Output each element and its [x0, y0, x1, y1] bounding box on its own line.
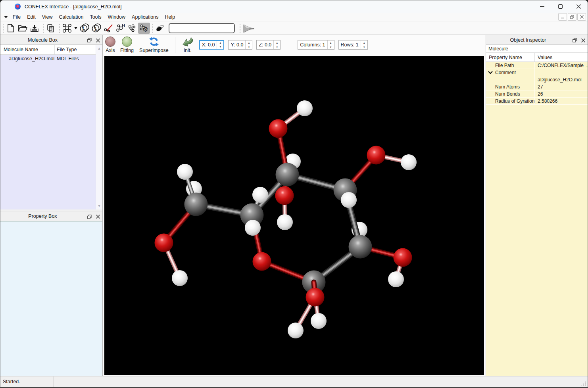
new-file-button[interactable] — [5, 23, 17, 34]
column-file-type[interactable]: File Type — [55, 45, 102, 54]
menu-bar: FileEditViewCalculationToolsWindowApplic… — [0, 13, 588, 21]
menu-tools[interactable]: Tools — [86, 13, 104, 21]
mdi-restore-button[interactable] — [568, 13, 576, 21]
maximize-button[interactable] — [551, 0, 569, 13]
close-button[interactable] — [569, 0, 588, 13]
column-property-name[interactable]: Property Name — [486, 53, 535, 61]
atom-O-O5[interactable] — [253, 252, 271, 271]
menu-window[interactable]: Window — [105, 13, 129, 21]
scroll-down-icon[interactable]: ▼ — [96, 203, 103, 209]
menu-applications[interactable]: Applications — [129, 13, 161, 21]
molecule-list-scrollbar[interactable]: ▲ ▼ — [96, 45, 102, 209]
superimpose-button[interactable]: Superimpose — [139, 36, 169, 53]
molecule-box-close-icon[interactable] — [95, 38, 101, 43]
molecule-list-item[interactable]: aDglucose_H2O.molMDL Files — [0, 55, 102, 63]
molecule-box-float-icon[interactable] — [86, 38, 92, 43]
mdi-close-button[interactable] — [577, 13, 586, 21]
atom-C-C5[interactable] — [349, 235, 372, 259]
measure-button[interactable] — [102, 23, 114, 34]
atom-C-C1[interactable] — [276, 163, 299, 186]
atom-H-H12[interactable] — [311, 313, 327, 329]
atom-H-H5[interactable] — [252, 187, 268, 203]
atom-O-O3[interactable] — [275, 186, 294, 205]
resize-grip[interactable] — [581, 380, 586, 386]
open-file-button[interactable] — [17, 23, 29, 34]
copy-button[interactable] — [45, 23, 57, 34]
toolbar-grip[interactable] — [58, 23, 60, 33]
toolbar-grip[interactable] — [2, 23, 4, 33]
add-hydrogen-button[interactable]: H — [114, 23, 126, 34]
atom-H-H2[interactable] — [401, 154, 417, 170]
property-box-close-icon[interactable] — [95, 214, 101, 219]
menu-help[interactable]: Help — [161, 13, 178, 21]
inspector-row[interactable]: Num Atoms27 — [486, 83, 588, 90]
toolbar-search-input[interactable] — [169, 23, 235, 33]
column-values[interactable]: Values — [535, 53, 588, 61]
property-name — [486, 76, 535, 83]
pen-button[interactable] — [154, 23, 166, 34]
property-box-float-icon[interactable] — [86, 214, 92, 219]
property-name: Comment — [486, 69, 535, 76]
fitting-icon — [122, 36, 132, 47]
atom-H-H6[interactable] — [341, 192, 357, 208]
menu-edit[interactable]: Edit — [24, 13, 39, 21]
object-inspector-close-icon[interactable] — [580, 38, 586, 43]
superimpose-tool-button[interactable] — [126, 23, 138, 34]
save-button[interactable] — [29, 23, 40, 34]
menu-file[interactable]: File — [10, 13, 24, 21]
rows-spinbox[interactable]: Rows: 1 ▲▼ — [338, 40, 368, 50]
menu-collapse-icon[interactable] — [4, 15, 8, 19]
inspector-row[interactable]: aDglucose_H2O.mol — [486, 76, 588, 83]
calculation-settings-button[interactable]: ⚙ — [138, 23, 150, 34]
z-spinbox[interactable]: Z: 0.0 ▲▼ — [256, 40, 281, 50]
y-spinbox[interactable]: Y: 0.0 ▲▼ — [228, 40, 252, 50]
scroll-up-icon[interactable]: ▲ — [96, 45, 103, 52]
left-dock: Molecule Box Molecule Name File Type aDg… — [0, 35, 103, 376]
toolbar-grip[interactable] — [239, 23, 241, 33]
molecule-viewport[interactable] — [104, 56, 484, 375]
x-spinbox[interactable]: X: 0.0 ▲▼ — [199, 40, 225, 50]
axis-button[interactable]: Axis — [105, 36, 115, 53]
inspector-row[interactable]: File PathC:/CONFLEX/Sample_... — [486, 62, 588, 69]
mdi-minimize-button[interactable] — [558, 13, 567, 21]
label-1-button[interactable]: 1 — [90, 23, 102, 34]
property-value: 27 — [535, 83, 588, 90]
atom-H-H1[interactable] — [297, 100, 313, 116]
molecule-tool-dropdown[interactable] — [73, 23, 79, 34]
atom-O-O4[interactable] — [155, 234, 173, 252]
app-icon — [15, 4, 21, 10]
atom-H-H11[interactable] — [288, 323, 304, 338]
property-box-content — [0, 221, 102, 376]
menu-calculation[interactable]: Calculation — [56, 13, 87, 21]
atom-H-H7[interactable] — [277, 214, 293, 230]
filter-funnel-button[interactable] — [242, 23, 256, 34]
chevron-down-icon[interactable] — [488, 71, 493, 74]
toolbar-grip[interactable] — [152, 23, 154, 33]
atom-H-H9[interactable] — [172, 270, 188, 286]
molecule-tool-button[interactable] — [61, 23, 73, 34]
fitting-button[interactable]: Fitting — [120, 36, 134, 53]
minimize-button[interactable] — [533, 0, 551, 13]
columns-spinbox[interactable]: Columns: 1 ▲▼ — [298, 40, 334, 50]
object-inspector-float-icon[interactable] — [572, 38, 577, 43]
object-inspector-header[interactable]: Object Inspector — [486, 35, 588, 45]
inspector-row[interactable]: Num Bonds26 — [486, 90, 588, 98]
init-button[interactable]: Init. — [182, 36, 194, 53]
column-molecule-name[interactable]: Molecule Name — [0, 45, 55, 54]
inspector-row[interactable]: Comment — [486, 69, 588, 76]
inspector-row[interactable]: Radius of Gyration2.580266 — [486, 98, 588, 105]
property-box-header[interactable]: Property Box — [0, 211, 102, 221]
atom-H-H10[interactable] — [388, 271, 404, 287]
atom-O-O2[interactable] — [367, 146, 386, 165]
object-inspector-tab[interactable]: Molecule — [486, 45, 588, 53]
menu-view[interactable]: View — [39, 13, 56, 21]
atom-O-O1[interactable] — [269, 119, 288, 138]
atom-O-O7[interactable] — [306, 288, 325, 307]
atom-H-H3[interactable] — [177, 164, 193, 180]
atom-O-O6[interactable] — [394, 248, 412, 267]
label-L-button[interactable]: L — [79, 23, 90, 34]
atom-C-C3[interactable] — [184, 193, 208, 216]
toolbar-grip[interactable] — [42, 23, 44, 33]
molecule-box-header[interactable]: Molecule Box — [0, 35, 102, 45]
atom-H-H8[interactable] — [245, 220, 261, 236]
